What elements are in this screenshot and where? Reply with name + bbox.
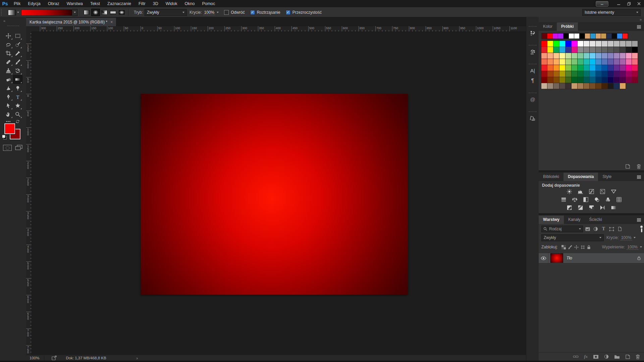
screen-mode-button[interactable] xyxy=(15,145,22,150)
swatch[interactable] xyxy=(596,41,601,47)
recent-swatch[interactable] xyxy=(564,34,569,39)
vertical-ruler[interactable]: 1 5 01 0 05 005 01 0 01 5 02 0 02 5 03 0… xyxy=(26,32,32,355)
swatch[interactable] xyxy=(584,83,589,89)
menu-item-widok[interactable]: Widok xyxy=(162,0,181,7)
minimize-button[interactable] xyxy=(614,0,624,7)
transparency-checkbox[interactable]: ✓ xyxy=(286,10,290,15)
swatch[interactable] xyxy=(559,83,565,89)
swatch[interactable] xyxy=(614,65,620,71)
filter-toggle[interactable] xyxy=(640,226,643,232)
swatch[interactable] xyxy=(596,53,601,59)
lock-transparent-icon[interactable] xyxy=(561,245,566,249)
new-layer-button[interactable] xyxy=(625,354,630,359)
swatch[interactable] xyxy=(596,83,601,89)
layer-thumbnail[interactable] xyxy=(550,253,563,263)
swatch[interactable] xyxy=(547,59,553,65)
tab-kolor[interactable]: Kolor xyxy=(539,22,557,31)
swatch[interactable] xyxy=(620,77,626,83)
tab-dopasowania[interactable]: Dopasowania xyxy=(564,173,598,181)
panel-menu-icon[interactable] xyxy=(637,175,641,179)
swatch[interactable] xyxy=(614,41,620,47)
tool-smudge[interactable] xyxy=(4,84,13,93)
status-chevron-icon[interactable]: › xyxy=(137,356,138,361)
menu-item-tekst[interactable]: Tekst xyxy=(87,0,104,7)
swatch[interactable] xyxy=(602,53,607,59)
adjustment-channel-mixer-icon[interactable] xyxy=(605,196,611,202)
swatch[interactable] xyxy=(578,41,583,47)
fill-select[interactable]: 100% xyxy=(627,245,642,250)
dither-checkbox[interactable]: ✓ xyxy=(250,10,255,15)
zoom-level[interactable]: 100% xyxy=(26,355,44,361)
character-panel-icon[interactable]: A| xyxy=(526,68,539,74)
adjustment-photo-filter-icon[interactable] xyxy=(594,196,600,202)
swatch[interactable] xyxy=(553,41,559,47)
layer-style-button[interactable]: fx xyxy=(584,354,588,359)
lock-position-icon[interactable] xyxy=(574,245,579,249)
swatch[interactable] xyxy=(608,83,613,89)
swatch[interactable] xyxy=(541,53,547,59)
adjustment-hue-saturation-icon[interactable] xyxy=(560,196,567,202)
swatch[interactable] xyxy=(608,47,613,53)
swatch[interactable] xyxy=(553,59,559,65)
panel-menu-icon[interactable] xyxy=(637,25,641,29)
swatch[interactable] xyxy=(632,59,638,65)
tool-eyedropper[interactable] xyxy=(13,49,22,58)
swatch[interactable] xyxy=(584,65,589,71)
tool-preset-picker[interactable] xyxy=(8,10,19,15)
swatch[interactable] xyxy=(626,77,632,83)
swatch[interactable] xyxy=(566,59,571,65)
swatch[interactable] xyxy=(547,47,553,53)
gradient-preview[interactable] xyxy=(21,9,72,16)
menu-item-obraz[interactable]: Obraz xyxy=(44,0,63,7)
swatch[interactable] xyxy=(566,71,571,77)
strip-grip[interactable] xyxy=(529,111,537,112)
swatch[interactable] xyxy=(553,65,559,71)
swatch[interactable] xyxy=(632,65,638,71)
share-icon[interactable] xyxy=(52,356,57,360)
collapse-panels-icon[interactable]: » xyxy=(640,17,641,21)
menu-item-filtr[interactable]: Filtr xyxy=(135,0,149,7)
swap-colors-icon[interactable] xyxy=(15,119,20,124)
layer-visibility-toggle[interactable] xyxy=(539,253,548,263)
adjustment-curves-icon[interactable] xyxy=(588,188,595,194)
tab-kanaly[interactable]: Kanały xyxy=(564,216,585,224)
swatch[interactable] xyxy=(602,59,607,65)
new-adjustment-button[interactable] xyxy=(604,354,609,359)
edit-toolbar-button[interactable]: ••• xyxy=(4,119,13,123)
link-layers-button[interactable] xyxy=(573,355,579,358)
adjustment-color-balance-icon[interactable] xyxy=(572,196,578,202)
swatch[interactable] xyxy=(578,47,583,53)
swatch[interactable] xyxy=(553,77,559,83)
swatch[interactable] xyxy=(620,59,626,65)
swatch[interactable] xyxy=(614,71,620,77)
swatch[interactable] xyxy=(590,41,595,47)
tools-grip[interactable] xyxy=(7,25,19,26)
swatch[interactable] xyxy=(602,65,607,71)
recent-swatch[interactable] xyxy=(617,34,622,39)
recent-swatch[interactable] xyxy=(547,34,552,39)
swatch[interactable] xyxy=(541,47,547,53)
adjustment-filter-icon[interactable] xyxy=(592,226,599,232)
recent-swatch[interactable] xyxy=(623,34,628,39)
invert-checkbox[interactable] xyxy=(224,10,229,15)
adjustment-color-lookup-icon[interactable] xyxy=(616,196,623,202)
recent-swatch[interactable] xyxy=(569,34,574,39)
swatch[interactable] xyxy=(572,83,577,89)
recent-swatch[interactable] xyxy=(542,34,547,39)
swatch[interactable] xyxy=(559,65,565,71)
menu-item-okno[interactable]: Okno xyxy=(181,0,199,7)
swatch[interactable] xyxy=(608,59,613,65)
swatch[interactable] xyxy=(626,41,632,47)
swatch[interactable] xyxy=(614,77,620,83)
swatch[interactable] xyxy=(572,47,577,53)
swatch[interactable] xyxy=(620,83,626,89)
swatch[interactable] xyxy=(553,47,559,53)
adjustment-vibrance-icon[interactable] xyxy=(610,188,617,194)
layer-mask-button[interactable] xyxy=(593,355,599,359)
menu-item-plik[interactable]: Plik xyxy=(10,0,24,7)
swatch[interactable] xyxy=(614,53,620,59)
swatch[interactable] xyxy=(584,77,589,83)
radial-gradient-button[interactable] xyxy=(91,9,100,16)
swatch[interactable] xyxy=(602,41,607,47)
swatch[interactable] xyxy=(541,59,547,65)
